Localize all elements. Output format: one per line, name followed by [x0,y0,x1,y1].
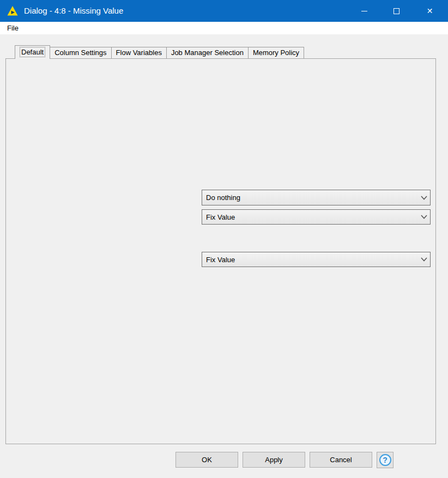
close-button[interactable]: ✕ [417,0,443,22]
tab-column-settings[interactable]: Column Settings [50,47,111,59]
minimize-button[interactable] [352,0,377,22]
close-icon: ✕ [427,7,433,15]
tab-default-label: Default [20,47,45,57]
chevron-down-icon [418,257,430,262]
knime-logo-icon [7,5,19,17]
chevron-down-icon [418,215,430,219]
window-title: Dialog - 4:8 - Missing Value [24,0,123,22]
help-icon: ? [379,454,391,466]
help-button[interactable]: ? [377,452,393,468]
double-combo-value: Fix Value [202,256,418,264]
tab-flow-variables[interactable]: Flow Variables [111,47,167,59]
tab-memory-policy[interactable]: Memory Policy [248,47,304,59]
minimize-icon [361,11,367,11]
apply-button[interactable]: Apply [243,452,305,468]
double-combo[interactable]: Fix Value [202,252,431,267]
string-combo-value: Do nothing [202,193,418,202]
menu-file[interactable]: File [5,22,21,34]
integer-combo[interactable]: Fix Value [202,209,431,225]
ok-button[interactable]: OK [175,452,238,468]
cancel-button[interactable]: Cancel [310,452,372,468]
maximize-icon [393,8,399,14]
menu-bar [0,22,448,34]
maximize-button[interactable] [384,0,409,22]
chevron-down-icon [418,196,430,200]
tab-content-panel [5,58,436,444]
integer-combo-value: Fix Value [202,213,418,221]
tab-job-manager-selection[interactable]: Job Manager Selection [166,47,249,59]
tab-bar: Default Column Settings Flow Variables J… [15,45,304,59]
string-combo[interactable]: Do nothing [202,190,431,205]
tab-default[interactable]: Default [15,45,50,59]
